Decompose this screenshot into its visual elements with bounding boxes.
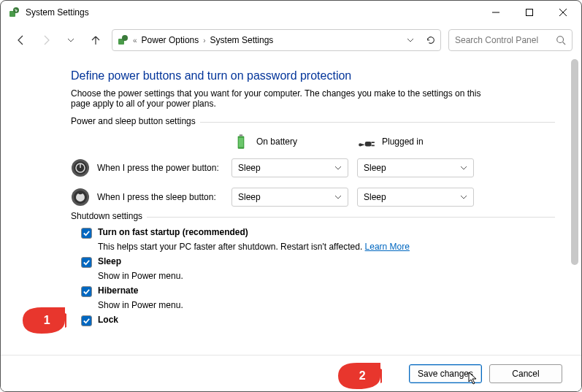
group-legend-power: Power and sleep button settings bbox=[71, 116, 200, 126]
svg-rect-11 bbox=[240, 134, 242, 136]
cancel-button[interactable]: Cancel bbox=[489, 364, 562, 383]
forward-button[interactable] bbox=[37, 31, 55, 49]
page-description: Choose the power settings that you want … bbox=[71, 88, 494, 109]
footer-bar: Save changes Cancel bbox=[1, 355, 581, 391]
maximize-button[interactable] bbox=[513, 1, 546, 23]
minimize-button[interactable] bbox=[479, 1, 513, 23]
plug-icon bbox=[357, 132, 376, 151]
select-power-plugged[interactable]: Sleep bbox=[357, 158, 474, 177]
checkbox-hibernate-desc: Show in Power menu. bbox=[98, 300, 555, 310]
breadcrumb-leaf[interactable]: System Settings bbox=[210, 35, 274, 45]
app-icon bbox=[8, 7, 20, 18]
chevron-icon: « bbox=[133, 36, 137, 45]
svg-line-9 bbox=[563, 42, 566, 45]
cursor-icon bbox=[468, 372, 478, 385]
checkbox-sleep-desc: Show in Power menu. bbox=[98, 271, 555, 281]
col-header-battery: On battery bbox=[231, 132, 348, 151]
svg-rect-13 bbox=[365, 142, 372, 147]
row-power-label: When I press the power button: bbox=[71, 158, 231, 177]
back-button[interactable] bbox=[12, 31, 30, 49]
titlebar: System Settings bbox=[1, 1, 581, 24]
shutdown-group: Shutdown settings Turn on fast startup (… bbox=[71, 217, 555, 326]
content-pane: Define power buttons and turn on passwor… bbox=[1, 56, 581, 326]
refresh-icon[interactable] bbox=[426, 35, 436, 45]
breadcrumb-root[interactable]: Power Options bbox=[142, 35, 199, 45]
svg-rect-3 bbox=[527, 9, 533, 16]
checkbox-fast-startup[interactable] bbox=[81, 228, 92, 239]
search-placeholder: Search Control Panel bbox=[455, 35, 538, 45]
navigation-bar: « Power Options › System Settings Search… bbox=[1, 24, 581, 56]
learn-more-link[interactable]: Learn More bbox=[365, 242, 410, 252]
search-input[interactable]: Search Control Panel bbox=[448, 29, 573, 51]
row-sleep-label: When I press the sleep button: bbox=[71, 188, 231, 207]
close-button[interactable] bbox=[546, 1, 580, 23]
page-title: Define power buttons and turn on passwor… bbox=[71, 69, 555, 82]
select-sleep-plugged[interactable]: Sleep bbox=[357, 188, 474, 207]
chevron-down-icon bbox=[334, 164, 342, 172]
checkbox-sleep[interactable] bbox=[81, 257, 92, 268]
checkbox-lock[interactable] bbox=[81, 315, 92, 326]
checkbox-hibernate[interactable] bbox=[81, 286, 92, 297]
checkbox-lock-label: Lock bbox=[98, 315, 118, 325]
up-button[interactable] bbox=[87, 31, 104, 49]
svg-rect-12 bbox=[239, 138, 244, 147]
power-sleep-group: Power and sleep button settings On batte… bbox=[71, 122, 555, 207]
svg-point-8 bbox=[557, 36, 564, 43]
select-sleep-battery[interactable]: Sleep bbox=[231, 188, 348, 207]
search-icon bbox=[556, 35, 566, 45]
group-legend-shutdown: Shutdown settings bbox=[71, 211, 147, 221]
checkbox-fast-startup-label: Turn on fast startup (recommended) bbox=[98, 227, 248, 237]
checkbox-hibernate-label: Hibernate bbox=[98, 285, 138, 296]
checkbox-fast-startup-desc: This helps start your PC faster after sh… bbox=[98, 242, 555, 252]
battery-icon bbox=[231, 132, 250, 151]
chevron-down-icon bbox=[334, 193, 342, 201]
annotation-callout-2: 2 bbox=[335, 361, 382, 391]
col-header-plugged: Plugged in bbox=[357, 132, 474, 151]
power-button-icon bbox=[71, 158, 90, 177]
annotation-callout-1: 1 bbox=[20, 306, 66, 335]
chevron-right-icon: › bbox=[203, 36, 205, 45]
window-title: System Settings bbox=[26, 7, 479, 18]
sleep-button-icon bbox=[71, 188, 90, 207]
checkbox-sleep-label: Sleep bbox=[98, 256, 121, 266]
chevron-down-icon bbox=[460, 164, 467, 172]
address-bar[interactable]: « Power Options › System Settings bbox=[112, 29, 441, 51]
recent-button[interactable] bbox=[62, 31, 80, 49]
chevron-down-icon bbox=[460, 193, 467, 201]
location-icon bbox=[117, 34, 129, 46]
select-power-battery[interactable]: Sleep bbox=[231, 158, 348, 177]
svg-point-7 bbox=[122, 35, 128, 41]
dropdown-icon[interactable] bbox=[407, 36, 414, 44]
